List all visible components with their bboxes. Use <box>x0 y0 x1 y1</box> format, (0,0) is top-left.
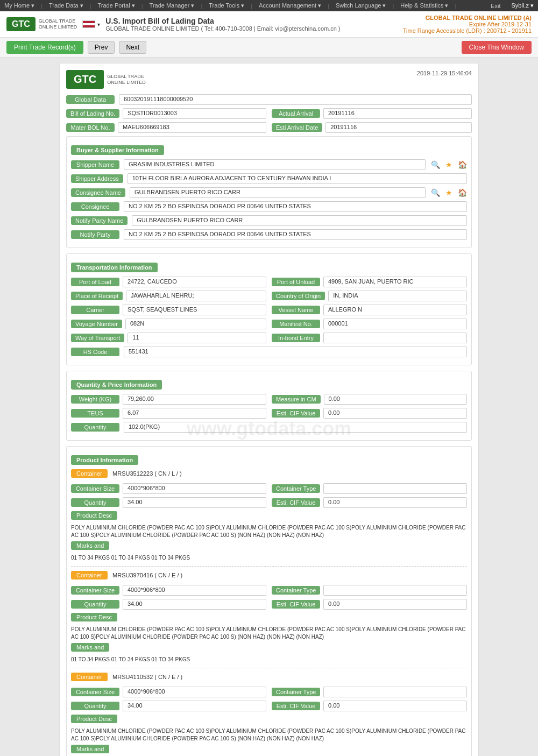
container-qty-label-1: Quantity <box>71 498 119 507</box>
flag-area: ▾ <box>82 20 100 28</box>
hs-code-value: 551431 <box>124 347 467 357</box>
container-size-value-1: 4000*906*800 <box>123 483 266 494</box>
mater-bol-col: Mater BOL No. MAEU606669183 <box>66 122 266 133</box>
search-icon[interactable]: 🔍 <box>431 160 440 169</box>
container-block-1: Container MRSU3512223 ( CN / L / ) Conta… <box>71 469 467 562</box>
product-info-header: Product Information <box>71 455 138 465</box>
nav-helpstats[interactable]: Help & Statistics ▾ <box>400 2 448 9</box>
prev-button[interactable]: Prev <box>88 41 115 54</box>
container-cif-label-1: Esti. CIF Value <box>272 498 320 507</box>
marks-label-2: Marks and <box>71 643 109 652</box>
nav-tradedata[interactable]: Trade Data ▾ <box>49 2 83 9</box>
global-data-value: 600320191118000009520 <box>119 94 472 105</box>
mater-bol-row: Mater BOL No. MAEU606669183 Esti Arrival… <box>66 122 472 133</box>
us-flag-icon <box>82 20 95 28</box>
container-label-2: Container <box>71 571 108 580</box>
next-button[interactable]: Next <box>119 41 146 54</box>
teus-cif-row: TEUS 6.07 Esti. CIF Value 0.00 <box>71 408 467 419</box>
measure-cm-label: Measure in CM <box>272 395 321 404</box>
nav-tradetools[interactable]: Trade Tools ▾ <box>209 2 244 9</box>
search-icon-2[interactable]: 🔍 <box>431 188 440 197</box>
account-info: GLOBAL TRADE ONLINE LIMITED (A) Expire A… <box>403 15 532 34</box>
place-of-receipt-value: JAWAHARLAL NEHRU; <box>126 291 266 301</box>
main-content: www.gtodata.com GTC GLOBAL TRADEONLINE L… <box>0 58 538 756</box>
container-size-value-3: 4000*906*800 <box>123 687 266 697</box>
country-of-origin-value: IN, INDIA <box>328 291 467 301</box>
logo-box: GTC <box>6 17 36 31</box>
home-icon[interactable]: 🏠 <box>458 160 467 169</box>
transport-bond-row: Way of Transport 11 In-bond Entry <box>71 333 467 343</box>
container-qty-cif-row-3: Quantity 34.00 Esti. CIF Value 0.00 <box>71 701 467 711</box>
top-navigation: My Home ▾ | Trade Data ▾ | Trade Portal … <box>0 0 538 11</box>
product-desc-text-2: POLY ALUMINIUM CHLORIDE (POWDER PAC AC 1… <box>71 626 467 641</box>
container-qty-cif-row-2: Quantity 34.00 Esti. CIF Value 0.00 <box>71 599 467 610</box>
vessel-name-label: Vessel Name <box>272 306 320 314</box>
container-type-value-1 <box>323 483 467 494</box>
container-size-value-2: 4000*906*800 <box>123 585 266 596</box>
container-type-value-3 <box>323 687 467 697</box>
container-label-3: Container <box>71 673 108 681</box>
country-of-origin-label: Country of Origin <box>272 292 325 300</box>
container-size-label-2: Container Size <box>71 586 119 595</box>
container-cif-value-2: 0.00 <box>323 599 467 610</box>
voyage-number-label: Voyage Number <box>71 320 122 328</box>
shipper-name-value: GRASIM INDUSTRIES LIMITED <box>124 159 426 170</box>
container-value-3: MRSU4110532 ( CN / E / ) <box>112 674 182 680</box>
consignee-name-row: Consignee Name GULBRANDSEN PUERTO RICO C… <box>71 187 467 198</box>
title-area: U.S. Import Bill of Lading Data GLOBAL T… <box>105 17 397 32</box>
nav-tradeportal[interactable]: Trade Portal ▾ <box>98 2 135 9</box>
esti-arrival-label: Esti Arrival Date <box>272 123 322 132</box>
star-icon[interactable]: ★ <box>445 160 452 169</box>
measure-cm-value: 0.00 <box>324 394 467 405</box>
container-qty-value-1: 34.00 <box>123 497 266 508</box>
notify-party-label: Notify Party <box>71 230 119 239</box>
buyer-supplier-header: Buyer & Supplier Information <box>71 145 164 155</box>
actual-arrival-value: 20191116 <box>323 108 472 119</box>
nav-accountmgmt[interactable]: Account Management ▾ <box>259 2 321 9</box>
quantity-price-section: Quantity & Price Information Weight (KG)… <box>66 371 472 441</box>
notify-party-name-value: GULBRANDSEN PUERTO RICO CARR <box>132 215 467 226</box>
close-button[interactable]: Close This Window <box>462 41 532 54</box>
record-header: GTC GLOBAL TRADEONLINE LIMITED 2019-11-2… <box>66 70 472 89</box>
buyer-supplier-section: Buyer & Supplier Information Shipper Nam… <box>66 136 472 248</box>
account-timerange: Time Range Accessible (LDR) : 200712 - 2… <box>403 27 532 34</box>
star-icon-2[interactable]: ★ <box>445 188 452 197</box>
nav-switchlang[interactable]: Switch Language ▾ <box>336 2 386 9</box>
port-of-unload-value: 4909, SAN JUAN, PUERTO RIC <box>323 277 467 287</box>
company-contact: GLOBAL TRADE ONLINE LIMITED ( Tel: 400-7… <box>105 25 397 32</box>
manifest-no-value: 000001 <box>323 319 467 329</box>
way-of-transport-label: Way of Transport <box>71 334 124 342</box>
print-button[interactable]: Print Trade Record(s) <box>6 41 83 54</box>
container-size-type-row-1: Container Size 4000*906*800 Container Ty… <box>71 483 467 494</box>
nav-trademanager[interactable]: Trade Manager ▾ <box>150 2 195 9</box>
container-size-label-1: Container Size <box>71 484 119 493</box>
container-qty-value-2: 34.00 <box>123 599 266 610</box>
home-icon-2[interactable]: 🏠 <box>458 188 467 197</box>
container-qty-value-3: 34.00 <box>123 701 266 711</box>
container-type-label-2: Container Type <box>272 586 320 595</box>
voyage-manifest-row: Voyage Number 082N Manifest No. 000001 <box>71 319 467 329</box>
marks-label-3: Marks and <box>71 745 109 753</box>
product-desc-label-2: Product Desc <box>71 613 117 621</box>
container-type-label-3: Container Type <box>272 688 320 696</box>
consignee-name-value: GULBRANDSEN PUERTO RICO CARR <box>130 187 426 198</box>
flag-dropdown-icon[interactable]: ▾ <box>97 22 100 27</box>
transportation-section: Transportation Information Port of Load … <box>66 253 472 365</box>
record-logo-subtext: GLOBAL TRADEONLINE LIMITED <box>107 74 146 86</box>
toolbar-top: Print Trade Record(s) Prev Next Close Th… <box>0 38 538 58</box>
esti-cif-label: Esti. CIF Value <box>272 409 320 418</box>
container-value-1: MRSU3512223 ( CN / L / ) <box>112 470 182 477</box>
weight-measure-row: Weight (KG) 79,260.00 Measure in CM 0.00 <box>71 394 467 405</box>
nav-myhome[interactable]: My Home ▾ <box>4 2 34 9</box>
container-label-1: Container <box>71 469 108 478</box>
record-card: www.gtodata.com GTC GLOBAL TRADEONLINE L… <box>59 63 479 756</box>
consignee-value: NO 2 KM 25 2 BO ESPINOSA DORADO PR 00646… <box>124 201 467 212</box>
account-expire: Expire After 2019-12-31 <box>403 21 532 27</box>
nav-exit[interactable]: Exit <box>491 3 500 9</box>
in-bond-entry-value <box>323 333 467 343</box>
notify-party-name-label: Notify Party Name <box>71 216 128 225</box>
vessel-name-value: ALLEGRO N <box>323 305 467 315</box>
transportation-header: Transportation Information <box>71 263 158 272</box>
esti-arrival-value: 20191116 <box>325 122 472 133</box>
marks-value-2: 01 TO 34 PKGS 01 TO 34 PKGS 01 TO 34 PKG… <box>71 656 467 663</box>
